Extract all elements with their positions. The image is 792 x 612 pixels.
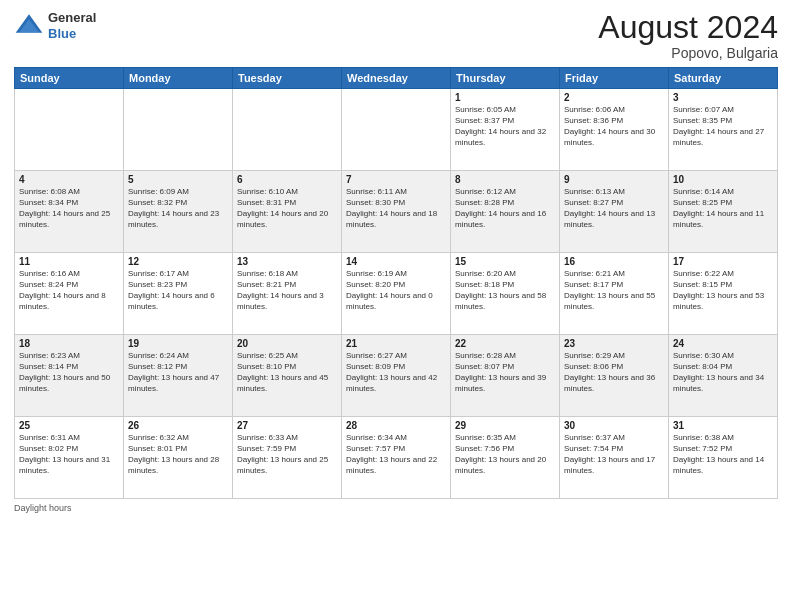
week-row-3: 11Sunrise: 6:16 AMSunset: 8:24 PMDayligh…: [15, 253, 778, 335]
cell-content: Sunrise: 6:24 AMSunset: 8:12 PMDaylight:…: [128, 351, 228, 394]
cell-content: Sunrise: 6:21 AMSunset: 8:17 PMDaylight:…: [564, 269, 664, 312]
title-block: August 2024 Popovo, Bulgaria: [598, 10, 778, 61]
cell-content: Sunrise: 6:17 AMSunset: 8:23 PMDaylight:…: [128, 269, 228, 312]
calendar-cell: 30Sunrise: 6:37 AMSunset: 7:54 PMDayligh…: [560, 417, 669, 499]
cell-content: Sunrise: 6:10 AMSunset: 8:31 PMDaylight:…: [237, 187, 337, 230]
day-header-wednesday: Wednesday: [342, 68, 451, 89]
week-row-5: 25Sunrise: 6:31 AMSunset: 8:02 PMDayligh…: [15, 417, 778, 499]
day-number: 18: [19, 338, 119, 349]
cell-content: Sunrise: 6:25 AMSunset: 8:10 PMDaylight:…: [237, 351, 337, 394]
cell-content: Sunrise: 6:27 AMSunset: 8:09 PMDaylight:…: [346, 351, 446, 394]
calendar-cell: 29Sunrise: 6:35 AMSunset: 7:56 PMDayligh…: [451, 417, 560, 499]
calendar-cell: 24Sunrise: 6:30 AMSunset: 8:04 PMDayligh…: [669, 335, 778, 417]
week-row-4: 18Sunrise: 6:23 AMSunset: 8:14 PMDayligh…: [15, 335, 778, 417]
cell-content: Sunrise: 6:13 AMSunset: 8:27 PMDaylight:…: [564, 187, 664, 230]
day-number: 19: [128, 338, 228, 349]
cell-content: Sunrise: 6:28 AMSunset: 8:07 PMDaylight:…: [455, 351, 555, 394]
calendar-cell: 7Sunrise: 6:11 AMSunset: 8:30 PMDaylight…: [342, 171, 451, 253]
calendar-cell: 23Sunrise: 6:29 AMSunset: 8:06 PMDayligh…: [560, 335, 669, 417]
calendar-cell: 13Sunrise: 6:18 AMSunset: 8:21 PMDayligh…: [233, 253, 342, 335]
cell-content: Sunrise: 6:16 AMSunset: 8:24 PMDaylight:…: [19, 269, 119, 312]
day-number: 22: [455, 338, 555, 349]
calendar-cell: 12Sunrise: 6:17 AMSunset: 8:23 PMDayligh…: [124, 253, 233, 335]
calendar-body: 1Sunrise: 6:05 AMSunset: 8:37 PMDaylight…: [15, 89, 778, 499]
day-number: 16: [564, 256, 664, 267]
cell-content: Sunrise: 6:20 AMSunset: 8:18 PMDaylight:…: [455, 269, 555, 312]
calendar-cell: 6Sunrise: 6:10 AMSunset: 8:31 PMDaylight…: [233, 171, 342, 253]
day-number: 31: [673, 420, 773, 431]
day-header-tuesday: Tuesday: [233, 68, 342, 89]
calendar-cell: [233, 89, 342, 171]
day-header-monday: Monday: [124, 68, 233, 89]
footer-note: Daylight hours: [14, 503, 778, 513]
cell-content: Sunrise: 6:11 AMSunset: 8:30 PMDaylight:…: [346, 187, 446, 230]
day-number: 9: [564, 174, 664, 185]
logo-icon: [14, 11, 44, 41]
day-number: 17: [673, 256, 773, 267]
day-number: 25: [19, 420, 119, 431]
calendar-cell: 14Sunrise: 6:19 AMSunset: 8:20 PMDayligh…: [342, 253, 451, 335]
calendar-cell: 21Sunrise: 6:27 AMSunset: 8:09 PMDayligh…: [342, 335, 451, 417]
logo-blue: Blue: [48, 26, 96, 42]
calendar-cell: 16Sunrise: 6:21 AMSunset: 8:17 PMDayligh…: [560, 253, 669, 335]
calendar-cell: 11Sunrise: 6:16 AMSunset: 8:24 PMDayligh…: [15, 253, 124, 335]
cell-content: Sunrise: 6:23 AMSunset: 8:14 PMDaylight:…: [19, 351, 119, 394]
calendar-cell: 19Sunrise: 6:24 AMSunset: 8:12 PMDayligh…: [124, 335, 233, 417]
calendar-cell: 15Sunrise: 6:20 AMSunset: 8:18 PMDayligh…: [451, 253, 560, 335]
cell-content: Sunrise: 6:06 AMSunset: 8:36 PMDaylight:…: [564, 105, 664, 148]
calendar-cell: 2Sunrise: 6:06 AMSunset: 8:36 PMDaylight…: [560, 89, 669, 171]
week-row-2: 4Sunrise: 6:08 AMSunset: 8:34 PMDaylight…: [15, 171, 778, 253]
day-number: 6: [237, 174, 337, 185]
day-number: 13: [237, 256, 337, 267]
day-number: 10: [673, 174, 773, 185]
calendar-cell: 8Sunrise: 6:12 AMSunset: 8:28 PMDaylight…: [451, 171, 560, 253]
location: Popovo, Bulgaria: [598, 45, 778, 61]
calendar-cell: 31Sunrise: 6:38 AMSunset: 7:52 PMDayligh…: [669, 417, 778, 499]
day-number: 20: [237, 338, 337, 349]
cell-content: Sunrise: 6:38 AMSunset: 7:52 PMDaylight:…: [673, 433, 773, 476]
logo-text: General Blue: [48, 10, 96, 41]
week-row-1: 1Sunrise: 6:05 AMSunset: 8:37 PMDaylight…: [15, 89, 778, 171]
day-number: 5: [128, 174, 228, 185]
day-number: 28: [346, 420, 446, 431]
calendar-cell: [124, 89, 233, 171]
calendar-cell: 1Sunrise: 6:05 AMSunset: 8:37 PMDaylight…: [451, 89, 560, 171]
day-number: 23: [564, 338, 664, 349]
calendar-cell: 4Sunrise: 6:08 AMSunset: 8:34 PMDaylight…: [15, 171, 124, 253]
cell-content: Sunrise: 6:18 AMSunset: 8:21 PMDaylight:…: [237, 269, 337, 312]
day-number: 1: [455, 92, 555, 103]
calendar-cell: 5Sunrise: 6:09 AMSunset: 8:32 PMDaylight…: [124, 171, 233, 253]
calendar-cell: 27Sunrise: 6:33 AMSunset: 7:59 PMDayligh…: [233, 417, 342, 499]
header: General Blue August 2024 Popovo, Bulgari…: [14, 10, 778, 61]
day-number: 24: [673, 338, 773, 349]
day-number: 3: [673, 92, 773, 103]
day-number: 8: [455, 174, 555, 185]
day-number: 27: [237, 420, 337, 431]
calendar-table: SundayMondayTuesdayWednesdayThursdayFrid…: [14, 67, 778, 499]
day-number: 21: [346, 338, 446, 349]
cell-content: Sunrise: 6:12 AMSunset: 8:28 PMDaylight:…: [455, 187, 555, 230]
cell-content: Sunrise: 6:32 AMSunset: 8:01 PMDaylight:…: [128, 433, 228, 476]
day-number: 2: [564, 92, 664, 103]
calendar-cell: 25Sunrise: 6:31 AMSunset: 8:02 PMDayligh…: [15, 417, 124, 499]
calendar-cell: 20Sunrise: 6:25 AMSunset: 8:10 PMDayligh…: [233, 335, 342, 417]
cell-content: Sunrise: 6:09 AMSunset: 8:32 PMDaylight:…: [128, 187, 228, 230]
day-number: 29: [455, 420, 555, 431]
calendar-cell: 17Sunrise: 6:22 AMSunset: 8:15 PMDayligh…: [669, 253, 778, 335]
cell-content: Sunrise: 6:37 AMSunset: 7:54 PMDaylight:…: [564, 433, 664, 476]
cell-content: Sunrise: 6:33 AMSunset: 7:59 PMDaylight:…: [237, 433, 337, 476]
day-number: 26: [128, 420, 228, 431]
day-header-friday: Friday: [560, 68, 669, 89]
logo: General Blue: [14, 10, 96, 41]
cell-content: Sunrise: 6:22 AMSunset: 8:15 PMDaylight:…: [673, 269, 773, 312]
calendar-cell: 28Sunrise: 6:34 AMSunset: 7:57 PMDayligh…: [342, 417, 451, 499]
calendar-cell: 18Sunrise: 6:23 AMSunset: 8:14 PMDayligh…: [15, 335, 124, 417]
cell-content: Sunrise: 6:19 AMSunset: 8:20 PMDaylight:…: [346, 269, 446, 312]
cell-content: Sunrise: 6:34 AMSunset: 7:57 PMDaylight:…: [346, 433, 446, 476]
day-number: 30: [564, 420, 664, 431]
cell-content: Sunrise: 6:35 AMSunset: 7:56 PMDaylight:…: [455, 433, 555, 476]
cell-content: Sunrise: 6:30 AMSunset: 8:04 PMDaylight:…: [673, 351, 773, 394]
header-row: SundayMondayTuesdayWednesdayThursdayFrid…: [15, 68, 778, 89]
daylight-hours-label: Daylight hours: [14, 503, 72, 513]
calendar-cell: [15, 89, 124, 171]
